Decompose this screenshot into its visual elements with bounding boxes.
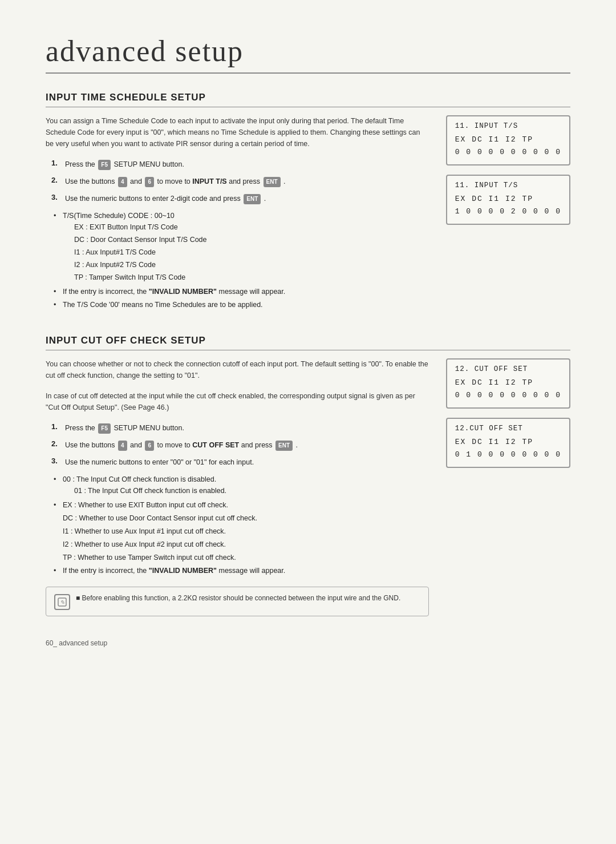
s2-bullet-i2: I2 : Whether to use Aux Input #2 input c… [54, 539, 429, 550]
lcd1-row1: EX DC I1 I2 TP [455, 134, 561, 146]
step1-num: 1. [51, 159, 62, 170]
step3-content: Use the numeric buttons to enter 2-digit… [65, 193, 429, 204]
s2-step1-content: Press the F5 SETUP MENU button. [65, 422, 429, 434]
lcd-panel-2: 11. INPUT T/S EX DC I1 I2 TP 1 0 0 0 0 2… [446, 175, 570, 225]
lcd-panel-4: 12.CUT OFF SET EX DC I1 I2 TP 0 1 0 0 0 … [446, 418, 570, 468]
s2-bullet-dc: DC : Whether to use Door Contact Sensor … [54, 512, 429, 524]
lcd2-title: 11. INPUT T/S [455, 181, 561, 189]
bullet1: • T/S(Time Schedule) CODE : 00~10 EX : E… [54, 210, 429, 284]
step2-content: Use the buttons 4 and 6 to move to INPUT… [65, 176, 429, 187]
s2-step-1: 1. Press the F5 SETUP MENU button. [51, 422, 429, 434]
s2-f5-badge: F5 [98, 423, 111, 434]
section-input-cut-off: INPUT CUT OFF CHECK SETUP You can choose… [46, 335, 570, 616]
lcd2-row1: EX DC I1 I2 TP [455, 193, 561, 205]
sub-bullet-dc: DC : Door Contact Sensor Input T/S Code [74, 234, 207, 245]
section1-intro: You can assign a Time Schedule Code to e… [46, 115, 429, 150]
s2-btn6-badge: 6 [145, 441, 154, 451]
bullet2: • If the entry is incorrect, the "INVALI… [54, 286, 429, 297]
section2-bullets: • 00 : The Input Cut Off check function … [54, 474, 429, 576]
s2-step-3: 3. Use the numeric buttons to enter "00"… [51, 457, 429, 468]
lcd4-row2: 0 1 0 0 0 0 0 0 0 0 [455, 449, 561, 461]
step-2: 2. Use the buttons 4 and 6 to move to IN… [51, 176, 429, 187]
s2-ent-badge: ENT [275, 441, 293, 451]
f5-badge: F5 [98, 160, 111, 170]
btn6-badge: 6 [145, 177, 154, 187]
s2-sub-01: 01 : The Input Cut Off check function is… [74, 485, 226, 496]
section2-intro2: In case of cut off detected at the input… [46, 390, 429, 413]
s2-bullet-i1: I1 : Whether to use Aux Input #1 input c… [54, 526, 429, 537]
lcd3-row1: EX DC I1 I2 TP [455, 377, 561, 389]
ent-badge: ENT [264, 177, 281, 187]
section-input-time-schedule: INPUT TIME SCHEDULE SETUP You can assign… [46, 92, 570, 312]
section2-title: INPUT CUT OFF CHECK SETUP [46, 335, 570, 350]
page-title: advanced setup [46, 34, 570, 74]
step2-num: 2. [51, 176, 62, 187]
sub-bullet-i2: I2 : Aux Input#2 T/S Code [74, 259, 207, 270]
section2-steps: 1. Press the F5 SETUP MENU button. 2. Us… [51, 422, 429, 468]
s2-step-2: 2. Use the buttons 4 and 6 to move to CU… [51, 439, 429, 451]
step1-content: Press the F5 SETUP MENU button. [65, 159, 429, 170]
lcd1-row2: 0 0 0 0 0 0 0 0 0 0 [455, 146, 561, 159]
btn4-badge: 4 [118, 177, 127, 187]
svg-text:✎: ✎ [60, 599, 64, 605]
sub-bullet-i1: I1 : Aux Input#1 T/S Code [74, 247, 207, 258]
lcd4-title: 12.CUT OFF SET [455, 425, 561, 433]
section1-bullets: • T/S(Time Schedule) CODE : 00~10 EX : E… [54, 210, 429, 310]
s2-step1-num: 1. [51, 422, 62, 434]
step3-num: 3. [51, 193, 62, 204]
s2-bullet-invalid: • If the entry is incorrect, the "INVALI… [54, 565, 429, 576]
pencil-icon: ✎ [57, 597, 67, 607]
s2-step3-content: Use the numeric buttons to enter "00" or… [65, 457, 429, 468]
note-box: ✎ ■ Before enabling this function, a 2.2… [46, 587, 429, 616]
section1-title: INPUT TIME SCHEDULE SETUP [46, 92, 570, 107]
ent2-badge: ENT [244, 194, 261, 204]
section2-intro1: You can choose whether or not to check t… [46, 358, 429, 381]
step-3: 3. Use the numeric buttons to enter 2-di… [51, 193, 429, 204]
s2-step2-num: 2. [51, 439, 62, 451]
step-1: 1. Press the F5 SETUP MENU button. [51, 159, 429, 170]
section2-panels: 12. CUT OFF SET EX DC I1 I2 TP 0 0 0 0 0… [446, 358, 570, 468]
lcd2-row2: 1 0 0 0 0 2 0 0 0 0 [455, 205, 561, 218]
s2-bullet1: • 00 : The Input Cut Off check function … [54, 474, 429, 498]
lcd-panel-1: 11. INPUT T/S EX DC I1 I2 TP 0 0 0 0 0 0… [446, 115, 570, 165]
section1-panels: 11. INPUT T/S EX DC I1 I2 TP 0 0 0 0 0 0… [446, 115, 570, 225]
sub-bullet-tp: TP : Tamper Switch Input T/S Code [74, 272, 207, 283]
s2-bullet-tp: TP : Whether to use Tamper Switch input … [54, 552, 429, 563]
bullet3: • The T/S Code '00' means no Time Schedu… [54, 299, 429, 310]
s2-btn4-badge: 4 [118, 441, 127, 451]
s2-bullet-ex: • EX : Whether to use EXIT Button input … [54, 499, 429, 511]
s2-step2-content: Use the buttons 4 and 6 to move to CUT O… [65, 439, 429, 451]
sub-bullet-ex: EX : EXIT Button Input T/S Code [74, 221, 207, 233]
lcd1-title: 11. INPUT T/S [455, 122, 561, 130]
note-icon: ✎ [54, 594, 70, 610]
note-text: ■ Before enabling this function, a 2.2KΩ… [76, 593, 400, 604]
s2-step3-num: 3. [51, 457, 62, 468]
page-footer: 60_ advanced setup [46, 639, 570, 647]
lcd3-row2: 0 0 0 0 0 0 0 0 0 0 [455, 389, 561, 402]
lcd4-row1: EX DC I1 I2 TP [455, 436, 561, 449]
lcd-panel-3: 12. CUT OFF SET EX DC I1 I2 TP 0 0 0 0 0… [446, 358, 570, 409]
section1-steps: 1. Press the F5 SETUP MENU button. 2. Us… [51, 159, 429, 204]
lcd3-title: 12. CUT OFF SET [455, 365, 561, 373]
